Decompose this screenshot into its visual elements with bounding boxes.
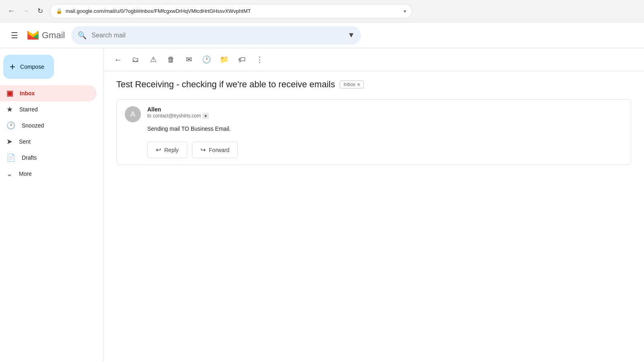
reload-icon: ↻ <box>37 7 43 15</box>
forward-label: Forward <box>209 147 229 153</box>
sidebar-item-label-drafts: Drafts <box>22 154 37 161</box>
main-area: + Compose ▣ Inbox ★ Starred 🕐 Snoozed ➤ … <box>0 48 644 362</box>
app-container: ☰ Gmail 🔍 ▼ <box>0 23 644 362</box>
email-action-buttons: ↩ Reply ↪ Forward <box>147 142 623 158</box>
email-toolbar: ← 🗂 ⚠ 🗑 ✉ 🕐 📁 <box>103 48 644 71</box>
email-header: A Allen to contact@tryshirts.com ▼ <box>125 106 623 122</box>
email-area: ← 🗂 ⚠ 🗑 ✉ 🕐 📁 <box>103 48 644 362</box>
sidebar-item-label-more: More <box>19 171 32 177</box>
sent-icon: ➤ <box>6 137 12 146</box>
email-message: A Allen to contact@tryshirts.com ▼ Sendi… <box>116 99 631 165</box>
gmail-logo-text: Gmail <box>42 30 65 41</box>
address-bar[interactable]: 🔒 mail.google.com/mail/u/0/?ogbl#inbox/F… <box>50 4 412 19</box>
email-body: Sending mail TO Business Email. <box>147 125 623 132</box>
inbox-badge-text: Inbox <box>343 82 355 87</box>
browser-nav-buttons: ← → ↻ <box>5 5 47 18</box>
url-text: mail.google.com/mail/u/0/?ogbl#inbox/FMf… <box>66 8 400 14</box>
to-address: contact@tryshirts.com <box>153 113 201 119</box>
recipient-details-dropdown[interactable]: ▼ <box>202 113 209 119</box>
address-bar-dropdown[interactable]: ▾ <box>404 8 406 14</box>
delete-icon: 🗑 <box>167 56 175 64</box>
search-icon: 🔍 <box>78 31 87 40</box>
search-options-button[interactable]: ▼ <box>348 31 355 39</box>
snooze-button[interactable]: 🕐 <box>198 51 215 68</box>
snooze-icon: 🕐 <box>202 55 211 64</box>
sidebar-item-sent[interactable]: ➤ Sent <box>0 134 97 150</box>
compose-plus-icon: + <box>10 61 15 72</box>
back-icon: ← <box>8 7 15 15</box>
search-input[interactable] <box>91 32 343 39</box>
sidebar-item-starred[interactable]: ★ Starred <box>0 101 97 117</box>
gmail-logo: Gmail <box>26 28 65 43</box>
hamburger-icon: ☰ <box>11 31 18 40</box>
svg-rect-4 <box>38 31 39 33</box>
forward-button[interactable]: → <box>19 5 32 18</box>
email-sender-name: Allen <box>147 106 623 113</box>
inbox-icon: ▣ <box>6 89 13 98</box>
sidebar-item-more[interactable]: ⌄ More <box>0 166 97 182</box>
more-toolbar-icon: ⋮ <box>256 55 263 64</box>
star-icon: ★ <box>6 105 13 114</box>
email-thread: Test Receiving - checking if we're able … <box>103 71 644 179</box>
report-spam-button[interactable]: ⚠ <box>145 51 161 68</box>
reply-button[interactable]: ↩ Reply <box>147 142 187 158</box>
email-meta: Allen to contact@tryshirts.com ▼ <box>147 106 623 119</box>
back-to-inbox-button[interactable]: ← <box>110 51 126 68</box>
snoozed-icon: 🕐 <box>6 121 15 130</box>
mark-unread-icon: ✉ <box>186 55 192 64</box>
sidebar-item-label-inbox: Inbox <box>20 90 35 97</box>
inbox-badge: Inbox × <box>340 80 364 88</box>
sender-avatar: A <box>125 106 141 122</box>
forward-icon: → <box>22 7 29 15</box>
search-icon-button[interactable]: 🔍 <box>78 31 87 40</box>
more-toolbar-button[interactable]: ⋮ <box>252 51 268 68</box>
email-to-row: to contact@tryshirts.com ▼ <box>147 113 623 119</box>
move-icon: 📁 <box>220 55 229 64</box>
back-button[interactable]: ← <box>5 5 18 18</box>
email-subject-row: Test Receiving - checking if we're able … <box>116 79 631 90</box>
sidebar-item-snoozed[interactable]: 🕐 Snoozed <box>0 117 97 134</box>
forward-button[interactable]: ↪ Forward <box>192 142 238 158</box>
search-bar[interactable]: 🔍 ▼ <box>71 26 361 45</box>
remove-inbox-badge-button[interactable]: × <box>357 82 360 87</box>
to-label: to <box>147 113 151 119</box>
label-icon: 🏷 <box>238 56 246 64</box>
forward-icon: ↪ <box>200 146 206 154</box>
sidebar-item-label-starred: Starred <box>19 106 38 113</box>
search-options-icon: ▼ <box>348 31 355 39</box>
compose-button[interactable]: + Compose <box>3 55 54 79</box>
more-icon: ⌄ <box>6 169 12 178</box>
sidebar: + Compose ▣ Inbox ★ Starred 🕐 Snoozed ➤ … <box>0 48 103 362</box>
svg-rect-3 <box>28 31 29 33</box>
sidebar-item-label-snoozed: Snoozed <box>22 122 44 129</box>
mark-unread-button[interactable]: ✉ <box>181 51 197 68</box>
move-to-button[interactable]: 📁 <box>216 51 232 68</box>
archive-icon: 🗂 <box>132 56 139 64</box>
reload-button[interactable]: ↻ <box>34 5 47 18</box>
reply-label: Reply <box>164 147 179 153</box>
drafts-icon: 📄 <box>6 153 15 162</box>
avatar-initial: A <box>130 110 135 119</box>
compose-label: Compose <box>20 64 44 70</box>
report-spam-icon: ⚠ <box>150 55 157 64</box>
sidebar-item-inbox[interactable]: ▣ Inbox <box>0 85 97 101</box>
browser-chrome: ← → ↻ 🔒 mail.google.com/mail/u/0/?ogbl#i… <box>0 0 644 23</box>
lock-icon: 🔒 <box>56 8 62 14</box>
back-arrow-icon: ← <box>114 55 122 64</box>
sidebar-item-drafts[interactable]: 📄 Drafts <box>0 150 97 166</box>
email-subject: Test Receiving - checking if we're able … <box>116 79 335 90</box>
label-button[interactable]: 🏷 <box>234 51 250 68</box>
gmail-header: ☰ Gmail 🔍 ▼ <box>0 23 644 48</box>
reply-icon: ↩ <box>156 146 161 154</box>
delete-button[interactable]: 🗑 <box>163 51 179 68</box>
archive-button[interactable]: 🗂 <box>128 51 144 68</box>
gmail-m-icon <box>26 28 40 43</box>
sidebar-item-label-sent: Sent <box>19 138 31 145</box>
hamburger-menu-button[interactable]: ☰ <box>6 27 23 43</box>
